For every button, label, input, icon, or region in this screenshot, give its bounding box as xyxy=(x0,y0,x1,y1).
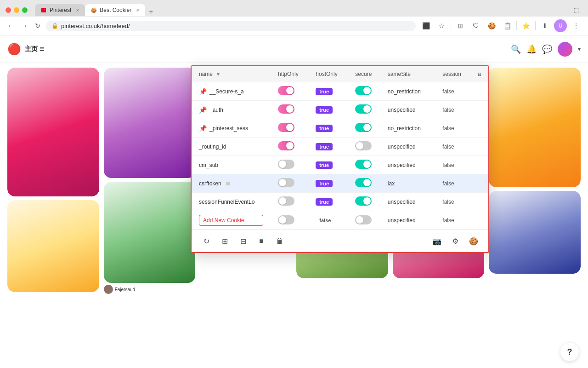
attribution-avatar xyxy=(104,285,113,294)
shield-icon[interactable]: 🛡 xyxy=(469,19,482,32)
session-cell: false xyxy=(439,156,474,174)
refresh-button[interactable]: ↻ xyxy=(33,20,42,31)
cookie-row-selected[interactable]: csrftoken true xyxy=(192,174,488,193)
tabs-bar: 🅿 Pinterest ✕ 🍪 Best Cookier ✕ + xyxy=(35,4,566,16)
pinterest-menu-icon[interactable]: ≡ xyxy=(40,44,45,54)
cookie-row[interactable]: 📌 _pinterest_sess true xyxy=(192,119,488,138)
menu-icon[interactable]: ⋮ xyxy=(570,19,582,32)
grid-col-6 xyxy=(489,68,581,366)
cookie-toolbar: ↻ ⊞ ⊟ ■ 🗑 📷 ⚙ 🍪 xyxy=(192,230,488,252)
httponly-toggle-cell[interactable] xyxy=(274,138,312,156)
secure-toggle-cell[interactable] xyxy=(351,174,384,193)
cookie-row[interactable]: sessionFunnelEventLo true xyxy=(192,193,488,211)
secure-toggle-cell[interactable] xyxy=(351,156,384,174)
search-icon[interactable]: 🔍 xyxy=(511,44,521,54)
httponly-toggle-cell[interactable] xyxy=(274,82,312,101)
address-bar[interactable]: 🔒 pinterest.co.uk/homefeed/ xyxy=(46,21,416,31)
messages-icon[interactable]: 💬 xyxy=(542,44,552,54)
pinterest-page: 🔴 主页 ≡ 🔍 🔔 💬 ▾ xyxy=(0,35,588,368)
samesite-cell: unspecified xyxy=(384,211,439,230)
cookie-button[interactable]: 🍪 xyxy=(466,234,481,248)
secure-toggle-cell[interactable] xyxy=(351,82,384,101)
browser-titlebar: 🅿 Pinterest ✕ 🍪 Best Cookier ✕ + ⬚ xyxy=(0,0,588,17)
secure-toggle-cell[interactable] xyxy=(351,138,384,156)
cookie-row[interactable]: 📌 __Secure-s_a true xyxy=(192,82,488,101)
add-new-cookie-input[interactable] xyxy=(199,215,263,226)
profile-chevron[interactable]: ▾ xyxy=(578,46,581,52)
pin-card[interactable] xyxy=(104,68,196,178)
samesite-cell: no_restriction xyxy=(384,82,439,101)
window-controls[interactable]: ⬚ xyxy=(570,4,582,17)
cookie-row[interactable]: _routing_id true xyxy=(192,138,488,156)
tab-best-cookier-close[interactable]: ✕ xyxy=(136,8,140,13)
hostonly-badge-cell: true xyxy=(312,156,351,174)
grid-col-2: Fajersaud xyxy=(104,68,196,366)
col-samesite: sameSite xyxy=(384,66,439,82)
cookie-extension-icon[interactable]: 🍪 xyxy=(485,19,498,32)
cookie-row[interactable]: cm_sub true xyxy=(192,156,488,174)
grid-col-1 xyxy=(7,68,99,366)
user-avatar[interactable] xyxy=(558,42,572,57)
pinterest-logo: 🔴 xyxy=(7,43,21,56)
help-button[interactable]: ? xyxy=(560,343,579,361)
hostonly-badge-cell: true xyxy=(312,138,351,156)
httponly-toggle-cell[interactable] xyxy=(274,193,312,211)
tab-pinterest[interactable]: 🅿 Pinterest ✕ xyxy=(35,4,85,16)
close-button[interactable] xyxy=(6,7,11,13)
pin-card[interactable] xyxy=(489,68,581,187)
tab-pinterest-close[interactable]: ✕ xyxy=(76,8,79,13)
pinterest-favicon: 🅿 xyxy=(40,7,47,13)
clipboard-icon[interactable]: 📋 xyxy=(501,19,514,32)
screenshot-button[interactable]: 📷 xyxy=(430,234,444,248)
maximize-button[interactable] xyxy=(22,7,28,13)
copy-row-button[interactable]: ⊟ xyxy=(236,234,250,248)
secure-toggle-cell[interactable] xyxy=(351,193,384,211)
httponly-toggle-cell[interactable] xyxy=(274,156,312,174)
cookie-name-cell: sessionFunnelEventLo xyxy=(192,193,274,211)
star-icon[interactable]: ⭐ xyxy=(520,19,532,32)
extensions-icon[interactable]: ⊞ xyxy=(454,19,467,32)
httponly-toggle-cell[interactable] xyxy=(274,211,312,230)
settings-button[interactable]: ⚙ xyxy=(448,234,463,248)
pin-card[interactable] xyxy=(7,68,99,196)
download-icon[interactable]: ⬇ xyxy=(538,19,551,32)
cookie-row[interactable]: 📌 _auth true xyxy=(192,101,488,119)
forward-button[interactable]: → xyxy=(19,20,29,31)
add-cookie-row[interactable]: false unspecified false xyxy=(192,211,488,230)
cast-icon[interactable]: ⬛ xyxy=(419,19,432,32)
back-button[interactable]: ← xyxy=(6,20,16,31)
copy-all-button[interactable]: ⊞ xyxy=(217,234,232,248)
fill-button[interactable]: ■ xyxy=(254,234,269,248)
profile-avatar[interactable]: U xyxy=(554,19,567,32)
hostonly-badge-cell: false xyxy=(312,211,351,230)
secure-toggle-cell[interactable] xyxy=(351,211,384,230)
extra-cell xyxy=(474,174,488,193)
cookie-panel: name ▼ httpOnly hostOnly secure sameSite… xyxy=(191,65,489,253)
hostonly-badge-cell: true xyxy=(312,174,351,193)
extra-cell xyxy=(474,156,488,174)
httponly-toggle-cell[interactable] xyxy=(274,119,312,138)
cookie-name-cell: 📌 _pinterest_sess xyxy=(192,119,274,138)
add-cookie-cell[interactable] xyxy=(192,211,274,230)
secure-toggle-cell[interactable] xyxy=(351,119,384,138)
httponly-toggle-cell[interactable] xyxy=(274,174,312,193)
pin-card[interactable]: Fajersaud xyxy=(104,182,196,296)
delete-button[interactable]: 🗑 xyxy=(272,234,287,248)
minimize-button[interactable] xyxy=(14,7,19,13)
pin-card[interactable] xyxy=(489,191,581,274)
lock-icon: 📌 xyxy=(199,88,207,95)
pin-card[interactable] xyxy=(7,200,99,292)
cookie-name-cell: 📌 _auth xyxy=(192,101,274,119)
refresh-cookies-button[interactable]: ↻ xyxy=(199,234,214,248)
extra-cell xyxy=(474,82,488,101)
notifications-icon[interactable]: 🔔 xyxy=(526,44,537,54)
secure-toggle-cell[interactable] xyxy=(351,101,384,119)
filter-icon[interactable]: ▼ xyxy=(215,71,220,77)
tab-best-cookier[interactable]: 🍪 Best Cookier ✕ xyxy=(85,4,145,16)
cookier-favicon: 🍪 xyxy=(90,7,97,13)
httponly-toggle-cell[interactable] xyxy=(274,101,312,119)
tab-pinterest-title: Pinterest xyxy=(50,7,71,13)
new-tab-button[interactable]: + xyxy=(145,8,157,16)
bookmark-icon[interactable]: ☆ xyxy=(435,19,448,32)
hostonly-badge-cell: true xyxy=(312,82,351,101)
